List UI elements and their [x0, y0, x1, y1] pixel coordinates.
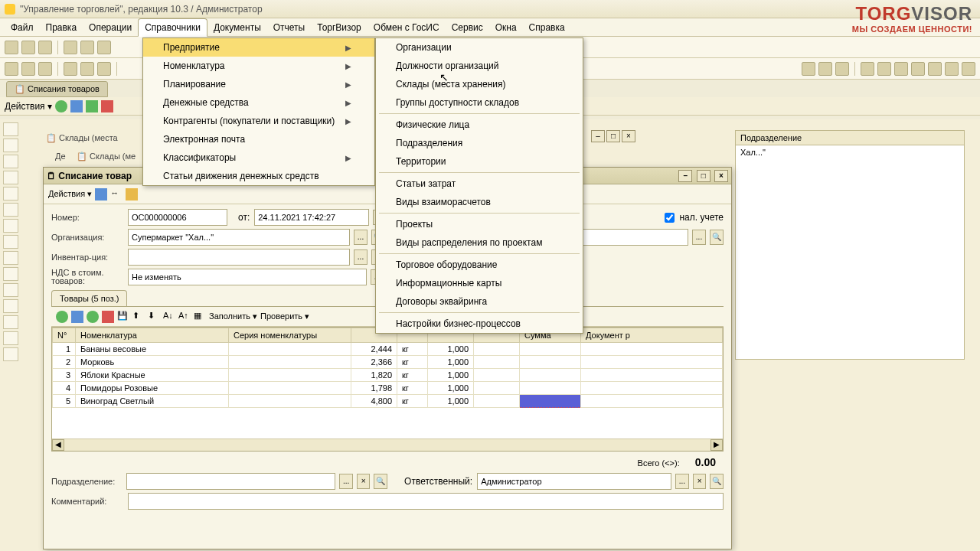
- resp-select-icon[interactable]: ...: [675, 474, 689, 489]
- submenu-item[interactable]: Контрагенты (покупатели и поставщики)▶: [143, 112, 374, 130]
- barcode-icon[interactable]: ▦: [194, 311, 206, 323]
- inv-select-icon[interactable]: ...: [354, 249, 368, 265]
- col-nomen[interactable]: Номенклатура: [76, 328, 229, 343]
- minimize-icon[interactable]: –: [678, 170, 692, 182]
- copy-icon[interactable]: [80, 41, 94, 54]
- bg-grid-cell[interactable]: Хал...": [736, 145, 964, 159]
- close-icon[interactable]: ×: [714, 170, 728, 182]
- submenu-item[interactable]: Электронная почта: [143, 130, 374, 148]
- submenu-item[interactable]: Планирование▶: [143, 75, 374, 93]
- lico-11[interactable]: [3, 283, 18, 297]
- lico-15[interactable]: [3, 347, 18, 361]
- printer-icon[interactable]: [38, 62, 52, 76]
- lico-8[interactable]: [3, 235, 18, 249]
- check-dropdown[interactable]: Проверить ▾: [260, 311, 309, 321]
- submenu-item[interactable]: Статьи затрат: [376, 174, 583, 193]
- scroll-left-icon[interactable]: ◀: [52, 439, 64, 451]
- submenu-item[interactable]: Физические лица: [376, 116, 583, 134]
- submenu-item[interactable]: Должности организаций: [376, 57, 583, 75]
- submenu-item[interactable]: Территории: [376, 152, 583, 171]
- maximize-icon[interactable]: □: [697, 170, 710, 182]
- menu-edit[interactable]: Правка: [40, 19, 83, 36]
- chart-icon[interactable]: [97, 62, 111, 76]
- lico-12[interactable]: [3, 299, 18, 313]
- col-n[interactable]: N°: [53, 328, 76, 343]
- org-select-icon[interactable]: ...: [354, 230, 368, 245]
- preview-icon[interactable]: [21, 62, 35, 76]
- table-row[interactable]: 5Виноград Светлый4,800кг1,000: [53, 395, 723, 408]
- menu-documents[interactable]: Документы: [207, 19, 267, 36]
- submenu-item[interactable]: Информационные карты: [376, 274, 583, 292]
- submenu-item[interactable]: Классификаторы▶: [143, 148, 374, 167]
- sort-asc-icon[interactable]: A↓: [163, 311, 175, 323]
- lico-5[interactable]: [3, 187, 18, 201]
- fill-dropdown[interactable]: Заполнить ▾: [209, 311, 257, 321]
- submenu-item[interactable]: Группы доступности складов: [376, 93, 583, 112]
- sort-desc-icon[interactable]: A↑: [178, 311, 191, 323]
- bg-tab-3[interactable]: Де: [55, 152, 66, 161]
- add-icon[interactable]: [55, 100, 67, 112]
- open-icon[interactable]: [21, 41, 35, 54]
- menu-references[interactable]: Справочники: [138, 18, 207, 37]
- calendar-icon[interactable]: [80, 62, 94, 76]
- menu-windows[interactable]: Окна: [489, 19, 523, 36]
- row-copy-icon[interactable]: [71, 311, 83, 323]
- tool-d-icon[interactable]: [861, 62, 874, 76]
- org-field[interactable]: Супермаркет "Хал...": [128, 229, 350, 246]
- submenu-item[interactable]: Организации: [376, 38, 583, 57]
- doc-save-icon[interactable]: [95, 188, 107, 201]
- submenu-item[interactable]: Денежные средства▶: [143, 93, 374, 112]
- col-docr[interactable]: Документ р: [581, 328, 723, 343]
- col-series[interactable]: Серия номенклатуры: [229, 328, 351, 343]
- save-icon[interactable]: [38, 41, 52, 54]
- tool-j-icon[interactable]: [962, 62, 975, 76]
- submenu-item[interactable]: Статьи движения денежных средств: [143, 167, 374, 185]
- submenu-item[interactable]: Номенклатура▶: [143, 57, 374, 75]
- table-row[interactable]: 2Морковь2,366кг1,000: [53, 356, 723, 369]
- submenu-item[interactable]: Настройки бизнес-процессов: [376, 315, 583, 333]
- doc-actions[interactable]: Действия ▾: [48, 189, 92, 199]
- lico-14[interactable]: [3, 331, 18, 345]
- submenu-item[interactable]: Договоры эквайринга: [376, 292, 583, 311]
- row-add-icon[interactable]: [56, 311, 68, 323]
- resp-field[interactable]: Администратор: [477, 473, 671, 490]
- menu-reports[interactable]: Отчеты: [267, 19, 311, 36]
- date-field[interactable]: 24.11.2021 17:42:27: [254, 209, 369, 226]
- dept-clear-icon[interactable]: ×: [357, 474, 371, 489]
- menu-torgvizor[interactable]: ТоргВизор: [311, 19, 368, 36]
- edit-pencil-icon[interactable]: [70, 100, 83, 112]
- cut-icon[interactable]: [64, 41, 77, 54]
- submenu-item[interactable]: Виды взаиморасчетов: [376, 193, 583, 211]
- delete-icon[interactable]: [101, 100, 113, 112]
- tool-e-icon[interactable]: [877, 62, 891, 76]
- print-icon[interactable]: [5, 62, 18, 76]
- comment-field[interactable]: [128, 493, 724, 510]
- submenu-item[interactable]: Виды распределения по проектам: [376, 233, 583, 252]
- menu-gosis[interactable]: Обмен с ГосИС: [368, 19, 446, 36]
- dept-search-icon[interactable]: 🔍: [374, 474, 387, 489]
- tool-c-icon[interactable]: [835, 62, 849, 76]
- resp-search-icon[interactable]: 🔍: [710, 474, 724, 489]
- bg-close-icon[interactable]: ×: [622, 130, 635, 142]
- lico-4[interactable]: [3, 171, 18, 184]
- lico-2[interactable]: [3, 139, 18, 152]
- inv-field[interactable]: [128, 249, 350, 266]
- resp-clear-icon[interactable]: ×: [693, 474, 707, 489]
- bg-tab-2[interactable]: 📋 Склады (ме: [77, 152, 136, 161]
- nds-field[interactable]: Не изменять: [128, 269, 367, 285]
- edit-icon[interactable]: [86, 100, 98, 112]
- doc-arrow-icon[interactable]: ↔: [110, 188, 122, 201]
- goods-grid[interactable]: N° Номенклатура Серия номенклатуры Сумма…: [51, 327, 724, 452]
- number-field[interactable]: ОС000000006: [128, 209, 227, 226]
- row-edit-icon[interactable]: [87, 311, 99, 323]
- dept-select-icon[interactable]: ...: [339, 474, 353, 489]
- extra-search-icon[interactable]: 🔍: [710, 230, 724, 245]
- grid-hscroll[interactable]: ◀ ▶: [52, 439, 723, 451]
- scroll-right-icon[interactable]: ▶: [710, 439, 723, 451]
- nal-checkbox[interactable]: [665, 213, 675, 223]
- tool-g-icon[interactable]: [911, 62, 925, 76]
- users-icon[interactable]: [64, 62, 77, 76]
- actions-dropdown[interactable]: Действия ▾: [5, 101, 52, 112]
- doc-book-icon[interactable]: [126, 188, 138, 201]
- submenu-item[interactable]: Предприятие▶: [143, 38, 374, 57]
